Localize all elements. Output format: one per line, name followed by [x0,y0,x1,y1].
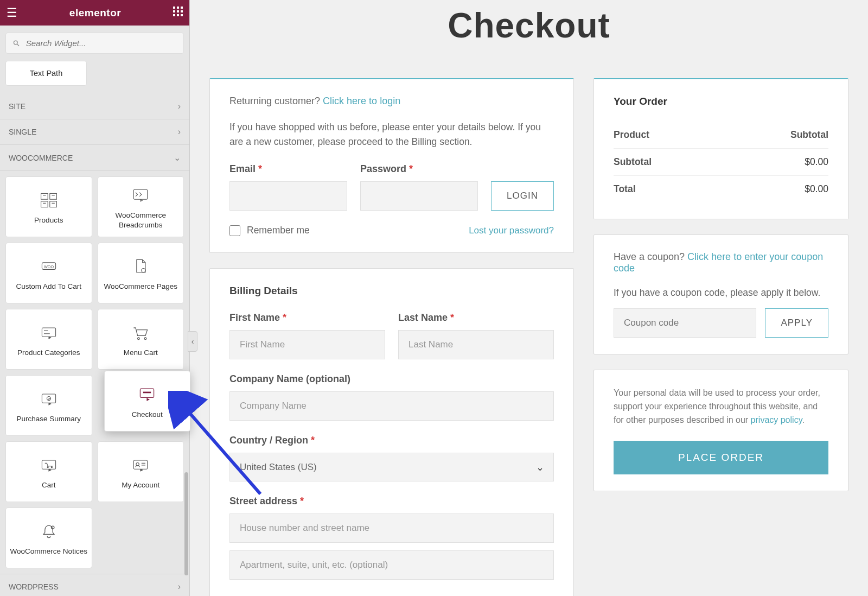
first-name-field[interactable] [229,330,385,359]
svg-rect-1 [177,7,179,9]
svg-point-25 [47,467,48,468]
widget-my-account[interactable]: My Account [98,441,184,502]
coupon-prompt: Have a coupon? Click here to enter your … [614,251,828,274]
svg-rect-3 [173,10,175,12]
svg-rect-23 [143,392,151,394]
svg-rect-6 [173,14,175,16]
widget-breadcrumbs[interactable]: WooCommerce Breadcrumbs [98,176,184,237]
order-summary-card: Your Order Product Subtotal Subtotal $0.… [593,78,848,219]
apply-coupon-button[interactable]: APPLY [765,308,828,338]
pages-icon [131,257,150,276]
order-heading: Your Order [614,96,828,107]
coupon-code-field[interactable] [614,308,756,338]
privacy-text: Your personal data will be used to proce… [614,386,828,427]
chevron-right-icon: › [178,127,181,137]
login-toggle-link[interactable]: Click here to login [323,96,400,106]
svg-rect-13 [134,190,148,200]
sidebar-collapse-handle[interactable]: ‹ [188,331,197,352]
brand-logo: elementor [69,7,121,19]
account-icon [131,455,150,475]
categories-icon [39,323,59,343]
sidebar-header: ☰ elementor [0,0,189,26]
order-header-row: Product Subtotal [614,122,828,149]
chevron-right-icon: › [178,582,181,592]
svg-point-16 [142,269,145,272]
svg-rect-27 [134,460,148,469]
svg-text:WOO: WOO [44,264,54,269]
section-wordpress[interactable]: WORDPRESS › [0,574,189,596]
products-icon [39,191,59,210]
elementor-sidebar: ☰ elementor Text Path SITE › SINGLE › WO… [0,0,190,596]
search-input[interactable] [26,39,177,48]
remember-me-label[interactable]: Remember me [229,225,310,236]
main-canvas: Checkout Returning customer? Click here … [190,0,868,596]
svg-rect-2 [181,7,183,9]
widget-checkout[interactable]: Checkout [104,371,191,432]
svg-rect-12 [50,201,57,207]
remember-me-checkbox[interactable] [229,225,240,236]
widget-text-path[interactable]: Text Path [5,61,87,86]
widget-notices[interactable]: WooCommerce Notices [5,508,92,568]
last-name-label: Last Name * [398,312,554,324]
widget-cart[interactable]: Cart [5,441,92,502]
cart-icon [131,323,150,343]
order-subtotal-row: Subtotal $0.00 [614,149,828,176]
section-woocommerce[interactable]: WOOCOMMERCE ⌄ [0,145,189,171]
svg-rect-17 [42,328,55,337]
svg-rect-22 [141,389,154,397]
apps-grid-icon[interactable] [173,7,183,19]
svg-point-19 [144,338,146,340]
widget-purchase-summary[interactable]: Purchase Summary [5,375,92,436]
coupon-card: Have a coupon? Click here to enter your … [593,234,848,354]
svg-rect-0 [173,7,175,9]
last-name-field[interactable] [398,330,554,359]
chevron-right-icon: › [178,102,181,111]
returning-customer-prompt: Returning customer? Click here to login [229,96,554,107]
billing-card: Billing Details First Name * Last Name *… [209,268,574,596]
place-order-button[interactable]: PLACE ORDER [614,441,828,474]
widget-pages[interactable]: WooCommerce Pages [98,243,184,303]
billing-heading: Billing Details [229,285,554,297]
cart-page-icon [39,455,59,475]
coupon-description: If you have a coupon code, please apply … [614,287,828,299]
svg-rect-20 [42,394,55,403]
search-icon [12,39,21,48]
svg-point-26 [51,467,52,468]
street-address-2-field[interactable] [229,550,554,580]
widgets-grid: Products WooCommerce Breadcrumbs WOO Cus… [0,171,189,574]
widget-categories[interactable]: Product Categories [5,309,92,370]
page-title: Checkout [209,5,848,46]
section-site[interactable]: SITE › [0,94,189,119]
company-label: Company Name (optional) [229,373,554,385]
svg-point-28 [136,463,139,466]
scrollbar-thumb[interactable] [184,472,188,575]
widget-menu-cart[interactable]: Menu Cart [98,309,184,370]
email-field[interactable] [229,181,347,211]
svg-rect-11 [41,201,48,207]
svg-rect-7 [177,14,179,16]
login-card: Returning customer? Click here to login … [209,78,574,253]
street-address-1-field[interactable] [229,513,554,543]
order-total-row: Total $0.00 [614,176,828,202]
widget-custom-add-to-cart[interactable]: WOO Custom Add To Cart [5,243,92,303]
bell-icon [39,522,59,541]
lost-password-link[interactable]: Lost your password? [469,225,554,236]
woo-icon: WOO [39,257,59,276]
svg-rect-8 [181,14,183,16]
svg-rect-4 [177,10,179,12]
privacy-policy-link[interactable]: privacy policy [751,415,802,424]
section-single[interactable]: SINGLE › [0,119,189,145]
breadcrumbs-icon [131,186,150,205]
email-label: Email * [229,163,347,175]
svg-rect-9 [41,194,48,200]
search-widget-box[interactable] [5,33,184,54]
first-name-label: First Name * [229,312,385,324]
company-field[interactable] [229,391,554,421]
login-description: If you have shopped with us before, plea… [229,120,554,149]
login-button[interactable]: LOGIN [491,181,554,211]
hamburger-icon[interactable]: ☰ [7,6,17,20]
password-field[interactable] [360,181,478,211]
summary-icon [39,389,59,409]
widget-products[interactable]: Products [5,176,92,237]
country-select[interactable]: United States (US) [229,453,554,481]
